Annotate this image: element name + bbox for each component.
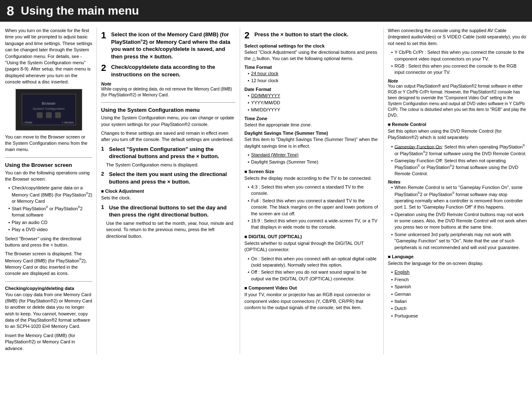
digital-out-list: On : Select this when you connect with a… — [248, 256, 379, 282]
screenshot-title-text: Browser — [42, 101, 56, 106]
divider-2 — [5, 281, 92, 282]
remote-notes-list: When Remote Control is set to "Gameplay … — [391, 184, 527, 251]
screenshot-icons — [37, 112, 61, 118]
date-format-1: DD/MM/YYYY — [248, 93, 379, 99]
syscfg-intro: Using the System Configuration menu, you… — [101, 115, 236, 128]
timezone-text: Select the appropriate time zone. — [244, 122, 379, 128]
timezone-heading: Time Zone — [244, 116, 379, 121]
divider-3 — [101, 102, 236, 103]
screen-size-2: Full : Select this when you connect a st… — [248, 198, 379, 217]
lang-german: German — [391, 291, 527, 297]
col1-intro: When you turn on the console for the fir… — [5, 28, 92, 86]
dst-intro: Set this item to "Daylight Savings Time … — [244, 136, 379, 149]
step-2: 2 Check/copy/delete data according to th… — [101, 63, 236, 78]
sub-step-2-number: 2 — [101, 171, 107, 177]
step-2-number: 2 — [101, 63, 109, 73]
icon-3 — [55, 112, 61, 118]
dst-1: Standard (Winter Time) — [248, 152, 379, 158]
icon-1 — [37, 112, 43, 118]
remote-off: Gameplay Function Off: Select this when … — [391, 158, 527, 177]
date-format-list: DD/MM/YYYY YYYY/MM/DD MM/DD/YYYY — [248, 93, 379, 113]
col4-note-text: You can output PlayStation® and PlayStat… — [388, 83, 527, 118]
note-text: While copying or deleting data, do not r… — [101, 86, 236, 98]
screenshot-footer: ▪ Enter ▪ Version — [24, 121, 74, 124]
language-list: English French Spanish German Italian Du… — [391, 269, 527, 319]
time-format-heading: Time Format — [244, 65, 379, 70]
note-label: Note — [101, 81, 236, 86]
column-4: When connecting the console using the su… — [384, 28, 527, 354]
browser-section-heading: Using the Browser screen — [5, 162, 92, 168]
screen-size-1: 4:3 : Select this when you connect a sta… — [248, 184, 379, 197]
screen-size-intro: Selects the display mode according to th… — [244, 175, 379, 181]
lang-english: English — [391, 269, 527, 275]
remote-on: Gameplay Function On: Select this when o… — [391, 144, 527, 157]
col3-step-2-number: 2 — [244, 31, 252, 40]
digital-out-intro: Selects whether to output signal through… — [244, 240, 379, 253]
checking-heading: Checking/copying/deleting data — [5, 286, 92, 291]
browser-bullet-list: Check/copy/delete game data on a Memory … — [8, 185, 92, 233]
checking-text1: You can copy data from one Memory Card (… — [5, 292, 92, 330]
lang-italian: Italian — [391, 298, 527, 305]
screenshot-box: Browser System Configuration ▪ Enter ▪ V… — [15, 89, 82, 131]
col3-step-2: 2 Press the × button to start the clock. — [244, 31, 379, 40]
main-content: When you turn on the console for the fir… — [0, 22, 532, 358]
sub-step-3-note: Use the same method to set the month, ye… — [106, 220, 236, 239]
col4-note-label: Note — [388, 78, 527, 83]
page-number: 8 — [7, 3, 14, 19]
remote-intro: Set this option when using the DVD Remot… — [388, 128, 527, 141]
screenshot-caption: You can move to the Browser screen or th… — [5, 134, 92, 153]
dst-heading: Daylight Savings Time (Summer Time) — [244, 131, 379, 136]
browser-bullet-3: Play an audio CD — [8, 219, 92, 226]
digital-out-heading: DIGITAL OUT (OPTICAL) — [244, 234, 379, 239]
remote-note-1: When Remote Control is set to "Gameplay … — [391, 184, 527, 210]
language-heading: Language — [388, 254, 527, 259]
syscfg-note: Changes to these settings are saved and … — [101, 130, 236, 143]
screen-size-heading: Screen Size — [244, 169, 379, 174]
screenshot-inner: Browser System Configuration ▪ Enter ▪ V… — [22, 94, 76, 125]
sub-step-1-note: The System Configuration menu is display… — [106, 162, 236, 168]
lang-spanish: Spanish — [391, 284, 527, 290]
optional-intro: Select "Clock Adjustment" using the dire… — [244, 49, 379, 62]
browser-bullet-4: Play a DVD video — [8, 227, 92, 233]
dst-list: Standard (Winter Time) Daylight Savings … — [248, 152, 379, 166]
btn-version: ▪ Version — [62, 121, 74, 124]
sub-step-3-text: Use the directional buttons to set the d… — [109, 204, 236, 219]
browser-bullet-1: Check/copy/delete game data on a Memory … — [8, 185, 92, 204]
page-header: 8 Using the main menu — [0, 0, 532, 22]
lang-french: French — [391, 277, 527, 283]
browser-note2: The Browser screen is displayed. The Mem… — [5, 251, 92, 277]
rgb-bullet: RGB : Select this when you connect the c… — [391, 63, 527, 76]
btn-enter: ▪ Enter — [24, 121, 33, 124]
column-1: When you turn on the console for the fir… — [5, 28, 97, 354]
step-1-text: Select the icon of the Memory Card (8MB)… — [111, 31, 236, 60]
icon-2 — [46, 112, 52, 118]
clock-adj-heading: Clock Adjustment — [101, 189, 236, 194]
ycbcr-bullet: Y Cb/Pb Cr/Pr : Select this when you con… — [391, 49, 527, 62]
date-format-2: YYYY/MM/DD — [248, 100, 379, 106]
sub-step-2-text: Select the item you want using the direc… — [109, 171, 236, 185]
sub-step-1-number: 1 — [101, 146, 107, 152]
date-format-3: MM/DD/YYYY — [248, 107, 379, 113]
checking-text2: Insert the Memory Card (8MB) (for PlaySt… — [5, 333, 92, 352]
clock-adj-text: Sets the clock. — [101, 195, 236, 201]
time-format-1: 24 hour clock — [248, 71, 379, 77]
time-format-2: 12 hour clock — [248, 78, 379, 84]
remote-list: Gameplay Function On: Select this when o… — [391, 144, 527, 177]
col4-intro: When connecting the console using the su… — [388, 28, 527, 47]
sub-step-3: 1 Use the directional buttons to set the… — [101, 204, 236, 219]
sub-step-1-text: Select "System Configuration" using the … — [109, 146, 236, 160]
language-intro: Selects the language for the on-screen d… — [388, 260, 527, 267]
browser-note1: Select "Browser" using the directional b… — [5, 236, 92, 249]
col3-step-2-text: Press the × button to start the clock. — [254, 31, 348, 38]
step-2-text: Check/copy/delete data according to the … — [111, 63, 236, 78]
component-heading: Component Video Out — [244, 285, 379, 290]
sub-step-2: 2 Select the item you want using the dir… — [101, 171, 236, 185]
screen-size-3: 16:9 : Select this when you connect a wi… — [248, 218, 379, 231]
step-1-number: 1 — [101, 31, 109, 40]
digital-out-on: On : Select this when you connect with a… — [248, 256, 379, 269]
screen-size-list: 4:3 : Select this when you connect a sta… — [248, 184, 379, 231]
dst-2: Daylight Savings (Summer Time) — [248, 159, 379, 165]
remote-note-3: Some unlicensed 3rd party peripherals ma… — [391, 232, 527, 251]
time-format-list: 24 hour clock 12 hour clock — [248, 71, 379, 84]
digital-out-off: Off : Select this when you do not want s… — [248, 269, 379, 282]
